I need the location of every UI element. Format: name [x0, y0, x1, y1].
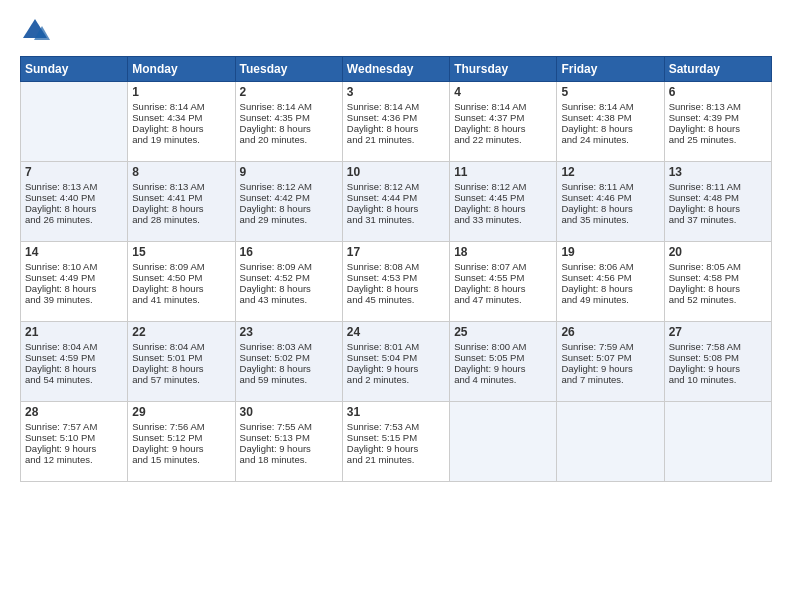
day-info: and 22 minutes. — [454, 134, 552, 145]
page: SundayMondayTuesdayWednesdayThursdayFrid… — [0, 0, 792, 612]
day-info: Sunset: 5:10 PM — [25, 432, 123, 443]
day-number: 12 — [561, 165, 659, 179]
header-cell-saturday: Saturday — [664, 57, 771, 82]
calendar-cell: 27Sunrise: 7:58 AMSunset: 5:08 PMDayligh… — [664, 322, 771, 402]
day-info: Sunrise: 7:59 AM — [561, 341, 659, 352]
calendar-cell: 30Sunrise: 7:55 AMSunset: 5:13 PMDayligh… — [235, 402, 342, 482]
calendar-cell: 14Sunrise: 8:10 AMSunset: 4:49 PMDayligh… — [21, 242, 128, 322]
day-number: 28 — [25, 405, 123, 419]
day-info: Daylight: 8 hours — [25, 363, 123, 374]
day-number: 3 — [347, 85, 445, 99]
day-number: 9 — [240, 165, 338, 179]
logo-icon — [20, 16, 50, 46]
day-info: Daylight: 9 hours — [25, 443, 123, 454]
day-info: Sunrise: 8:13 AM — [25, 181, 123, 192]
header — [20, 16, 772, 46]
day-info: Sunrise: 8:11 AM — [561, 181, 659, 192]
day-info: and 33 minutes. — [454, 214, 552, 225]
day-info: Sunrise: 8:14 AM — [240, 101, 338, 112]
week-row-3: 14Sunrise: 8:10 AMSunset: 4:49 PMDayligh… — [21, 242, 772, 322]
calendar-cell: 5Sunrise: 8:14 AMSunset: 4:38 PMDaylight… — [557, 82, 664, 162]
calendar-header: SundayMondayTuesdayWednesdayThursdayFrid… — [21, 57, 772, 82]
day-info: Sunrise: 7:57 AM — [25, 421, 123, 432]
day-info: and 28 minutes. — [132, 214, 230, 225]
day-info: Sunrise: 7:53 AM — [347, 421, 445, 432]
day-info: Sunset: 4:45 PM — [454, 192, 552, 203]
day-number: 16 — [240, 245, 338, 259]
day-info: Daylight: 9 hours — [454, 363, 552, 374]
calendar-cell: 21Sunrise: 8:04 AMSunset: 4:59 PMDayligh… — [21, 322, 128, 402]
day-number: 15 — [132, 245, 230, 259]
day-number: 29 — [132, 405, 230, 419]
day-info: Sunset: 4:56 PM — [561, 272, 659, 283]
day-info: Sunrise: 8:14 AM — [454, 101, 552, 112]
day-number: 2 — [240, 85, 338, 99]
day-info: and 39 minutes. — [25, 294, 123, 305]
day-info: Sunset: 5:01 PM — [132, 352, 230, 363]
day-number: 10 — [347, 165, 445, 179]
calendar-cell: 24Sunrise: 8:01 AMSunset: 5:04 PMDayligh… — [342, 322, 449, 402]
day-info: Sunset: 4:52 PM — [240, 272, 338, 283]
day-info: and 29 minutes. — [240, 214, 338, 225]
calendar-table: SundayMondayTuesdayWednesdayThursdayFrid… — [20, 56, 772, 482]
day-info: Daylight: 8 hours — [240, 363, 338, 374]
day-info: Sunset: 4:38 PM — [561, 112, 659, 123]
day-info: and 10 minutes. — [669, 374, 767, 385]
calendar-cell: 1Sunrise: 8:14 AMSunset: 4:34 PMDaylight… — [128, 82, 235, 162]
day-info: Daylight: 8 hours — [25, 203, 123, 214]
day-info: Daylight: 8 hours — [347, 123, 445, 134]
day-info: and 49 minutes. — [561, 294, 659, 305]
calendar-cell — [557, 402, 664, 482]
day-number: 21 — [25, 325, 123, 339]
day-info: and 52 minutes. — [669, 294, 767, 305]
calendar-cell: 25Sunrise: 8:00 AMSunset: 5:05 PMDayligh… — [450, 322, 557, 402]
header-row: SundayMondayTuesdayWednesdayThursdayFrid… — [21, 57, 772, 82]
day-number: 19 — [561, 245, 659, 259]
day-info: and 20 minutes. — [240, 134, 338, 145]
day-info: Daylight: 8 hours — [454, 203, 552, 214]
day-info: and 21 minutes. — [347, 454, 445, 465]
day-info: Daylight: 8 hours — [240, 123, 338, 134]
day-info: Daylight: 9 hours — [347, 363, 445, 374]
day-info: Sunrise: 7:56 AM — [132, 421, 230, 432]
day-number: 26 — [561, 325, 659, 339]
calendar-cell: 10Sunrise: 8:12 AMSunset: 4:44 PMDayligh… — [342, 162, 449, 242]
day-info: Sunrise: 8:05 AM — [669, 261, 767, 272]
day-info: Sunrise: 8:08 AM — [347, 261, 445, 272]
calendar-cell: 31Sunrise: 7:53 AMSunset: 5:15 PMDayligh… — [342, 402, 449, 482]
calendar-cell: 23Sunrise: 8:03 AMSunset: 5:02 PMDayligh… — [235, 322, 342, 402]
day-info: Daylight: 8 hours — [240, 283, 338, 294]
day-info: Daylight: 8 hours — [454, 123, 552, 134]
day-info: Sunset: 4:55 PM — [454, 272, 552, 283]
day-info: Daylight: 9 hours — [132, 443, 230, 454]
calendar-cell: 6Sunrise: 8:13 AMSunset: 4:39 PMDaylight… — [664, 82, 771, 162]
week-row-4: 21Sunrise: 8:04 AMSunset: 4:59 PMDayligh… — [21, 322, 772, 402]
calendar-cell: 8Sunrise: 8:13 AMSunset: 4:41 PMDaylight… — [128, 162, 235, 242]
calendar-cell: 2Sunrise: 8:14 AMSunset: 4:35 PMDaylight… — [235, 82, 342, 162]
calendar-cell: 3Sunrise: 8:14 AMSunset: 4:36 PMDaylight… — [342, 82, 449, 162]
calendar-cell: 15Sunrise: 8:09 AMSunset: 4:50 PMDayligh… — [128, 242, 235, 322]
day-info: Daylight: 8 hours — [347, 283, 445, 294]
day-info: Daylight: 8 hours — [561, 123, 659, 134]
day-number: 13 — [669, 165, 767, 179]
day-number: 18 — [454, 245, 552, 259]
calendar-cell: 17Sunrise: 8:08 AMSunset: 4:53 PMDayligh… — [342, 242, 449, 322]
day-info: and 57 minutes. — [132, 374, 230, 385]
day-info: and 41 minutes. — [132, 294, 230, 305]
day-number: 6 — [669, 85, 767, 99]
day-info: Daylight: 8 hours — [669, 203, 767, 214]
day-info: and 59 minutes. — [240, 374, 338, 385]
day-info: and 25 minutes. — [669, 134, 767, 145]
day-number: 4 — [454, 85, 552, 99]
day-number: 23 — [240, 325, 338, 339]
calendar-cell: 13Sunrise: 8:11 AMSunset: 4:48 PMDayligh… — [664, 162, 771, 242]
calendar-cell: 19Sunrise: 8:06 AMSunset: 4:56 PMDayligh… — [557, 242, 664, 322]
calendar-cell: 11Sunrise: 8:12 AMSunset: 4:45 PMDayligh… — [450, 162, 557, 242]
logo — [20, 16, 54, 46]
day-info: Sunrise: 8:14 AM — [561, 101, 659, 112]
day-info: Daylight: 9 hours — [240, 443, 338, 454]
calendar-cell: 26Sunrise: 7:59 AMSunset: 5:07 PMDayligh… — [557, 322, 664, 402]
day-info: Sunset: 4:53 PM — [347, 272, 445, 283]
day-info: Daylight: 8 hours — [240, 203, 338, 214]
day-info: Sunrise: 7:58 AM — [669, 341, 767, 352]
